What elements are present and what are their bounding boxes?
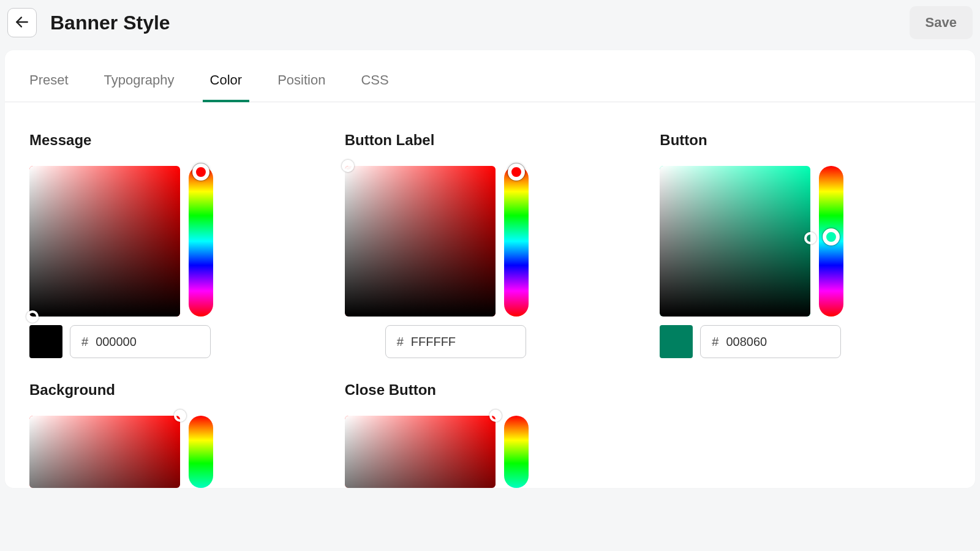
hue-cursor[interactable] [508, 163, 525, 181]
color-picker-button: Button# [660, 132, 951, 358]
sv-cursor[interactable] [174, 410, 186, 422]
tab-color[interactable]: Color [210, 72, 243, 102]
sv-cursor[interactable] [804, 232, 816, 244]
hue-slider[interactable] [189, 166, 213, 317]
hue-slider[interactable] [189, 416, 213, 488]
page-header: Banner Style Save [0, 0, 980, 45]
picker-label: Message [29, 132, 320, 149]
sv-cursor[interactable] [489, 410, 502, 422]
hash-icon: # [397, 335, 404, 349]
hex-input[interactable] [411, 335, 484, 349]
picker-label: Close Button [345, 381, 636, 399]
color-picker-grid: Message#Button Label#Button#BackgroundCl… [5, 102, 975, 488]
hue-slider[interactable] [504, 166, 529, 317]
saturation-value-area[interactable] [29, 166, 180, 317]
settings-panel: PresetTypographyColorPositionCSS Message… [5, 50, 975, 488]
back-button[interactable] [7, 8, 37, 37]
hue-cursor[interactable] [823, 228, 840, 246]
hue-cursor[interactable] [192, 163, 209, 181]
color-swatch [29, 325, 62, 358]
hex-input[interactable] [96, 335, 169, 349]
sv-cursor[interactable] [26, 310, 39, 323]
color-picker-close-button: Close Button [345, 381, 636, 488]
hex-field[interactable]: # [70, 325, 211, 358]
tab-typography[interactable]: Typography [104, 72, 175, 102]
tab-preset[interactable]: Preset [29, 72, 69, 102]
picker-label: Background [29, 381, 320, 399]
saturation-value-area[interactable] [345, 416, 496, 488]
saturation-value-area[interactable] [345, 166, 496, 317]
picker-label: Button [660, 132, 951, 149]
sv-cursor[interactable] [342, 160, 354, 172]
color-picker-button-label: Button Label# [345, 132, 636, 358]
saturation-value-area[interactable] [660, 166, 810, 317]
tab-position[interactable]: Position [277, 72, 325, 102]
save-button[interactable]: Save [910, 6, 973, 39]
arrow-left-icon [14, 14, 30, 32]
hue-slider[interactable] [819, 166, 843, 317]
page-title: Banner Style [50, 12, 170, 34]
hex-input[interactable] [726, 335, 799, 349]
color-picker-background: Background [29, 381, 320, 488]
color-swatch [660, 325, 693, 358]
tabs: PresetTypographyColorPositionCSS [5, 72, 975, 102]
hex-field[interactable]: # [385, 325, 526, 358]
tab-css[interactable]: CSS [361, 72, 388, 102]
hash-icon: # [81, 335, 88, 349]
hex-field[interactable]: # [700, 325, 841, 358]
picker-label: Button Label [345, 132, 636, 149]
saturation-value-area[interactable] [29, 416, 180, 488]
color-picker-message: Message# [29, 132, 320, 358]
hash-icon: # [712, 335, 718, 349]
hue-slider[interactable] [504, 416, 529, 488]
